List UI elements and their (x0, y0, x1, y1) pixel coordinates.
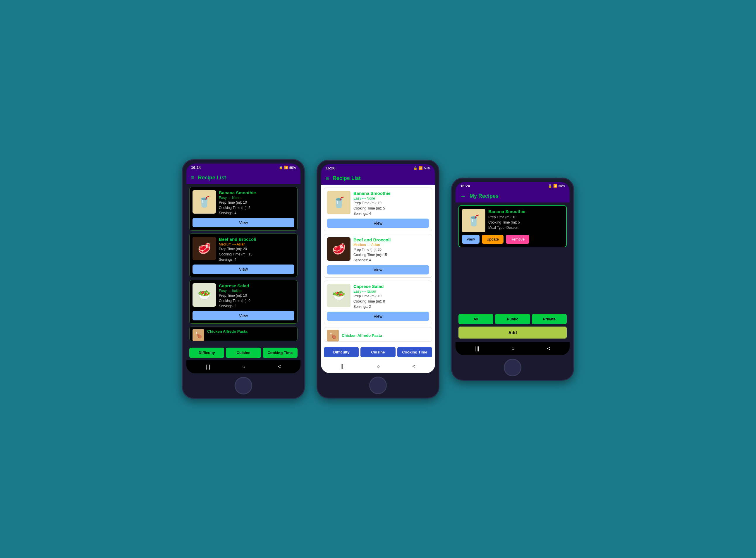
caprese-img-2: 🥗 (327, 284, 350, 307)
banana-emoji-1: 🥤 (192, 190, 216, 213)
view-btn-3[interactable]: View (462, 235, 479, 244)
caprese-info-1: Caprese Salad Easy --- Italian Prep Time… (219, 283, 294, 309)
phones-container: 16:24 🔒 📶 55% ≡ Recipe List 🥤 (182, 159, 574, 399)
time-3: 16:24 (460, 184, 470, 188)
time-2: 16:26 (325, 166, 335, 170)
recipe-card-caprese-1: 🥗 Caprese Salad Easy --- Italian Prep Ti… (189, 280, 297, 324)
caprese-view-btn-1[interactable]: View (192, 311, 294, 321)
status-icons-3: 🔒 📶 55% (548, 184, 565, 188)
recipe-card-caprese-2: 🥗 Caprese Salad Easy --- Italian Prep Ti… (324, 281, 432, 324)
recipe-card-inner: 🥗 Caprese Salad Easy --- Italian Prep Ti… (192, 283, 294, 309)
home-button-3[interactable] (504, 359, 521, 376)
banana-info-2: Banana Smoothie Easy --- None Prep Time … (354, 191, 429, 216)
nav-back-2[interactable]: < (412, 363, 415, 370)
nav-bar-2: ||| ○ < (321, 360, 435, 373)
banana-view-btn-2[interactable]: View (327, 219, 429, 228)
beef-emoji-1: 🥩 (192, 237, 216, 260)
add-button[interactable]: Add (459, 327, 567, 338)
caprese-img-1: 🥗 (192, 283, 216, 307)
partial-img-1: 🍗 (192, 329, 204, 341)
status-bar-2: 16:26 🔒 📶 55% (321, 164, 435, 172)
beef-emoji-2: 🥩 (327, 237, 350, 261)
recipe-card-inner: 🥤 Banana Smoothie Easy --- None Prep Tim… (192, 190, 294, 215)
nav-recent-3[interactable]: ||| (475, 346, 479, 352)
beef-difficulty-2: Medium --- Asian (354, 243, 429, 247)
screen-content-1: 🥤 Banana Smoothie Easy --- None Prep Tim… (186, 184, 301, 345)
phone-1: 16:24 🔒 📶 55% ≡ Recipe List 🥤 (182, 159, 305, 399)
wifi-icon-2: 📶 (419, 166, 423, 170)
banana-difficulty-1: Easy --- None (219, 196, 294, 200)
caprese-meta-2: Prep Time (m): 10 Cooking Time (m): 0 Se… (354, 294, 429, 309)
nav-home-2[interactable]: ○ (377, 363, 380, 370)
phone-3: 16:24 🔒 📶 55% ← My Recipes 🥤 (451, 178, 574, 381)
partial-title-2: Chicken Alfredo Pasta (342, 333, 382, 338)
beef-view-btn-1[interactable]: View (192, 264, 294, 274)
banana-meta-2: Prep Time (m): 10 Cooking Time (m): 5 Se… (354, 200, 429, 216)
nav-back-1[interactable]: < (278, 364, 281, 370)
beef-info-1: Beef and Broccoli Medium --- Asian Prep … (219, 237, 294, 262)
nav-back-3[interactable]: < (547, 346, 550, 352)
header-title-1: Recipe List (198, 175, 226, 181)
home-button-2[interactable] (369, 377, 387, 394)
menu-icon-2[interactable]: ≡ (325, 175, 329, 182)
empty-space (455, 253, 570, 312)
partial-img-2: 🍗 (327, 330, 339, 341)
partial-card-2: 🍗 Chicken Alfredo Pasta (324, 327, 432, 342)
beef-meta-2: Prep Time (m): 20 Cooking Time (m): 15 S… (354, 247, 429, 263)
banana-info-1: Banana Smoothie Easy --- None Prep Time … (219, 190, 294, 215)
header-title-3: My Recipes (470, 193, 498, 199)
all-btn[interactable]: All (459, 314, 493, 324)
nav-recent-2[interactable]: ||| (341, 363, 345, 370)
update-btn-3[interactable]: Update (482, 235, 503, 244)
featured-info: Banana Smoothie Prep Time (m): 10 Cookin… (488, 209, 563, 232)
beef-img-1: 🥩 (192, 237, 216, 260)
visibility-bar: All Public Private (455, 312, 570, 327)
remove-btn-3[interactable]: Remove (506, 235, 529, 244)
phone-2: 16:26 🔒 📶 55% ≡ Recipe List 🥤 (317, 160, 439, 399)
cooking-time-btn-2[interactable]: Cooking Time (397, 347, 432, 357)
banana-meta-1: Prep Time (m): 10 Cooking Time (m): 5 Se… (219, 200, 294, 215)
beef-difficulty-1: Medium --- Asian (219, 242, 294, 246)
banana-title-2: Banana Smoothie (354, 191, 429, 196)
featured-emoji: 🥤 (462, 209, 486, 232)
add-btn-container: Add (455, 327, 570, 342)
home-button-1[interactable] (235, 377, 252, 395)
public-btn[interactable]: Public (495, 314, 530, 324)
screen-content-3: 🥤 Banana Smoothie Prep Time (m): 10 Cook… (455, 202, 570, 253)
battery-2: 55% (424, 166, 431, 170)
beef-title-1: Beef and Broccoli (219, 237, 294, 242)
recipe-actions: View Update Remove (462, 235, 563, 244)
recipe-card-banana-2: 🥤 Banana Smoothie Easy --- None Prep Tim… (324, 187, 432, 231)
banana-view-btn-1[interactable]: View (192, 218, 294, 227)
screen-content-2: 🥤 Banana Smoothie Easy --- None Prep Tim… (321, 185, 435, 345)
header-3: ← My Recipes (455, 190, 570, 202)
recipe-card-inner-2c: 🥗 Caprese Salad Easy --- Italian Prep Ti… (327, 284, 429, 309)
lock-icon: 🔒 (279, 166, 283, 170)
beef-view-btn-2[interactable]: View (327, 265, 429, 275)
recipe-card-beef-2: 🥩 Beef and Broccoli Medium --- Asian Pre… (324, 234, 432, 278)
filter-bar-1: Difficulty Cuisine Cooking Time (186, 345, 301, 360)
cuisine-btn-2[interactable]: Cuisine (361, 347, 395, 357)
cuisine-btn-1[interactable]: Cuisine (226, 348, 261, 358)
caprese-emoji-1: 🥗 (192, 283, 216, 307)
recipe-card-beef-1: 🥩 Beef and Broccoli Medium --- Asian Pre… (189, 233, 297, 277)
caprese-title-1: Caprese Salad (219, 283, 294, 288)
private-btn[interactable]: Private (532, 314, 567, 324)
banana-emoji-2: 🥤 (327, 191, 350, 214)
nav-recent-1[interactable]: ||| (206, 364, 210, 370)
header-2: ≡ Recipe List (321, 172, 435, 185)
difficulty-btn-2[interactable]: Difficulty (324, 347, 359, 357)
banana-difficulty-2: Easy --- None (354, 196, 429, 200)
back-icon-3[interactable]: ← (460, 193, 466, 200)
beef-img-2: 🥩 (327, 237, 350, 261)
recipe-card-banana-1: 🥤 Banana Smoothie Easy --- None Prep Tim… (189, 187, 297, 231)
battery-1: 55% (289, 166, 296, 170)
nav-home-3[interactable]: ○ (512, 346, 515, 352)
menu-icon-1[interactable]: ≡ (191, 174, 194, 181)
difficulty-btn-1[interactable]: Difficulty (189, 348, 224, 358)
beef-info-2: Beef and Broccoli Medium --- Asian Prep … (354, 237, 429, 263)
nav-home-1[interactable]: ○ (242, 364, 245, 370)
cooking-time-btn-1[interactable]: Cooking Time (263, 348, 297, 358)
caprese-view-btn-2[interactable]: View (327, 312, 429, 321)
caprese-meta-1: Prep Time (m): 10 Cooking Time (m): 0 Se… (219, 293, 294, 309)
